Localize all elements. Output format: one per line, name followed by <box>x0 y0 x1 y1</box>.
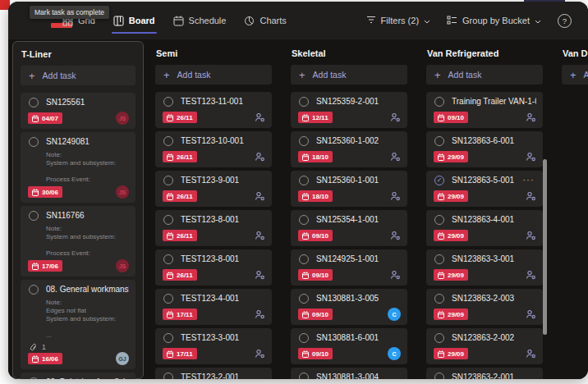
task-card[interactable]: 02. Paint / surface finish inspection <box>21 373 136 379</box>
tab-schedule[interactable]: Schedule <box>173 2 227 39</box>
task-card[interactable]: 08. General workmanshipNote: Edges not f… <box>21 280 136 369</box>
task-card[interactable]: SN123863-2-001 <box>426 368 543 379</box>
assignee-avatar[interactable]: C <box>388 308 401 321</box>
assign-person-icon[interactable] <box>526 349 536 359</box>
task-complete-circle[interactable] <box>299 176 309 185</box>
task-complete-circle[interactable] <box>163 254 173 264</box>
due-date-badge[interactable]: 17/06 <box>28 260 62 272</box>
task-card[interactable]: SN116766Note: System and subsystem: Proc… <box>21 206 136 277</box>
task-complete-circle[interactable] <box>163 294 173 304</box>
task-complete-circle[interactable] <box>29 211 39 221</box>
task-card[interactable]: TEST123-10-00126/11 <box>155 131 272 167</box>
task-complete-circle[interactable] <box>163 215 173 225</box>
due-date-badge[interactable]: 26/11 <box>163 269 197 281</box>
task-card[interactable]: Training Trailer VAN-1-00109/10 <box>426 92 543 128</box>
due-date-badge[interactable]: 29/09 <box>434 190 468 202</box>
due-date-badge[interactable]: 09/10 <box>298 348 333 359</box>
due-date-badge[interactable]: 18/10 <box>298 190 333 202</box>
task-complete-circle[interactable] <box>163 373 173 380</box>
assign-person-icon[interactable] <box>526 309 536 319</box>
assign-person-icon[interactable] <box>255 231 265 240</box>
task-complete-circle[interactable] <box>163 176 173 185</box>
task-card[interactable]: SN124925-1-00109/10 <box>291 249 407 286</box>
task-card[interactable]: TEST123-4-00117/11 <box>155 289 272 325</box>
task-card[interactable]: SN125360-1-00118/10 <box>291 171 407 207</box>
task-complete-circle[interactable] <box>299 136 309 146</box>
task-complete-circle[interactable] <box>299 254 309 264</box>
assign-person-icon[interactable] <box>526 231 536 240</box>
due-date-badge[interactable]: 09/10 <box>298 309 333 320</box>
task-complete-circle[interactable] <box>434 373 444 380</box>
assign-person-icon[interactable] <box>526 112 536 122</box>
due-date-badge[interactable]: 26/11 <box>163 190 197 202</box>
tab-board[interactable]: Board <box>113 2 155 39</box>
add-task-button[interactable]: +Add task <box>21 66 136 85</box>
task-card[interactable]: SN123863-2-00329/09 <box>426 289 543 325</box>
due-date-badge[interactable]: 17/11 <box>163 309 197 320</box>
due-date-badge[interactable]: 26/11 <box>163 151 197 162</box>
task-complete-circle[interactable] <box>163 97 173 107</box>
filters-button[interactable]: Filters (2) <box>366 16 430 25</box>
assign-person-icon[interactable] <box>390 191 401 201</box>
assign-person-icon[interactable] <box>255 191 265 201</box>
assign-person-icon[interactable] <box>255 309 265 319</box>
task-complete-circle[interactable] <box>434 136 444 146</box>
assign-person-icon[interactable] <box>255 152 265 162</box>
group-by-button[interactable]: Group by Bucket <box>447 16 541 26</box>
due-date-badge[interactable]: 04/07 <box>28 112 62 124</box>
assignee-avatar[interactable]: GJ <box>116 352 129 365</box>
task-card[interactable]: SN130881-6-00109/10C <box>291 328 407 364</box>
task-card[interactable]: SN123863-2-00229/09 <box>426 328 543 364</box>
task-completed-check-icon[interactable]: ✓ <box>434 176 444 185</box>
add-task-button[interactable]: +Add task <box>291 65 407 85</box>
assign-person-icon[interactable] <box>255 349 265 359</box>
assignee-avatar[interactable]: C <box>388 347 401 360</box>
task-card[interactable]: TEST123-8-00126/11 <box>155 210 272 246</box>
task-complete-circle[interactable] <box>163 136 173 146</box>
due-date-badge[interactable]: 12/11 <box>298 112 333 123</box>
task-card[interactable]: SN123863-4-00129/09 <box>426 210 543 246</box>
task-complete-circle[interactable] <box>299 97 309 107</box>
task-complete-circle[interactable] <box>29 285 39 295</box>
task-card[interactable]: SN123863-3-00129/09 <box>426 249 543 286</box>
assign-person-icon[interactable] <box>390 270 401 280</box>
assign-person-icon[interactable] <box>526 270 536 280</box>
add-task-button[interactable]: +Add task <box>155 65 272 85</box>
task-card[interactable]: SN123863-6-00129/09 <box>426 131 543 167</box>
task-card[interactable]: SN1249081Note: System and subsystem: Pro… <box>21 132 136 203</box>
assign-person-icon[interactable] <box>526 191 536 201</box>
task-card[interactable]: SN125360-1-00218/10 <box>291 131 407 167</box>
vertical-scrollbar[interactable] <box>543 159 547 335</box>
task-complete-circle[interactable] <box>434 215 444 225</box>
task-complete-circle[interactable] <box>299 294 309 304</box>
task-complete-circle[interactable] <box>434 333 444 343</box>
due-date-badge[interactable]: 29/09 <box>434 348 468 359</box>
due-date-badge[interactable]: 29/09 <box>434 269 468 281</box>
assign-person-icon[interactable] <box>390 231 401 240</box>
more-options-icon[interactable]: ··· <box>523 176 537 185</box>
task-complete-circle[interactable] <box>29 137 39 147</box>
add-task-button[interactable]: +Add task <box>426 65 543 85</box>
task-card[interactable]: TEST123-8-00126/11 <box>155 249 272 286</box>
assign-person-icon[interactable] <box>390 112 401 122</box>
due-date-badge[interactable]: 09/10 <box>434 112 468 123</box>
due-date-badge[interactable]: 17/11 <box>163 348 197 359</box>
task-card[interactable]: SN125354-1-00109/10 <box>291 210 407 246</box>
tab-charts[interactable]: Charts <box>244 2 286 39</box>
assign-person-icon[interactable] <box>390 152 401 162</box>
task-complete-circle[interactable] <box>434 97 444 107</box>
task-card[interactable]: TEST123-11-00126/11 <box>155 92 272 128</box>
task-card[interactable]: SN130881-3-00509/10C <box>291 289 407 325</box>
task-complete-circle[interactable] <box>434 294 444 304</box>
task-card[interactable]: ✓SN123863-5-001···29/09 <box>426 171 543 207</box>
task-card[interactable]: TEST123-2-001 <box>155 368 272 379</box>
due-date-badge[interactable]: 30/06 <box>28 186 62 198</box>
due-date-badge[interactable]: 16/06 <box>28 353 62 364</box>
due-date-badge[interactable]: 26/11 <box>163 112 197 123</box>
due-date-badge[interactable]: 09/10 <box>298 269 333 281</box>
task-card[interactable]: SN12556104/07JS <box>21 93 136 129</box>
task-complete-circle[interactable] <box>29 98 39 107</box>
task-card[interactable]: SN130881-3-004 <box>291 368 407 379</box>
assignee-avatar[interactable]: JS <box>116 112 129 125</box>
assign-person-icon[interactable] <box>255 112 265 122</box>
